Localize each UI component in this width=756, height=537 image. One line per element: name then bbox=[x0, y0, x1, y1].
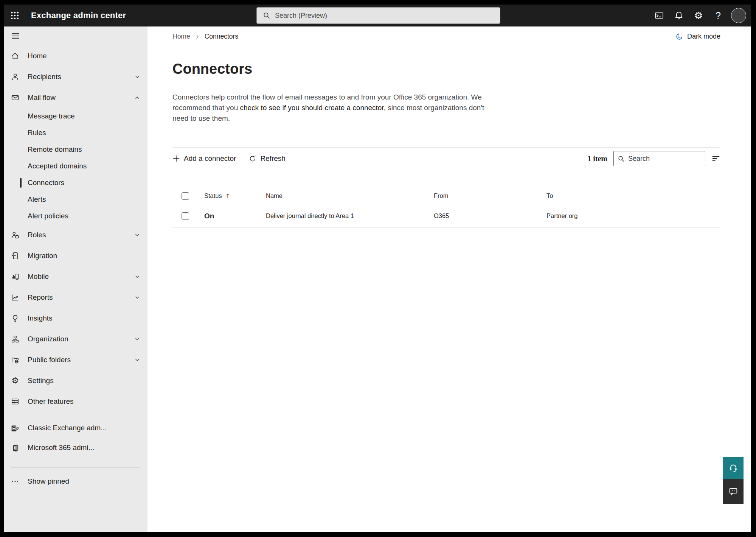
support-button[interactable] bbox=[723, 457, 744, 479]
sidebar-item-migration[interactable]: Migration bbox=[4, 245, 147, 266]
person-icon bbox=[10, 73, 20, 81]
sidebar-item-rules[interactable]: Rules bbox=[4, 125, 147, 141]
app-window: Exchange admin center bbox=[4, 5, 751, 532]
chevron-down-icon bbox=[134, 273, 141, 280]
refresh-button[interactable]: Refresh bbox=[249, 154, 286, 163]
sidebar-item-label: Roles bbox=[28, 231, 46, 239]
list-toolbar: Add a connector Refresh 1 item bbox=[172, 148, 720, 170]
column-header-from[interactable]: From bbox=[425, 192, 537, 199]
plus-icon bbox=[172, 155, 180, 162]
powershell-button[interactable] bbox=[649, 5, 669, 26]
sidebar-item-insights[interactable]: Insights bbox=[4, 308, 147, 328]
sort-ascending-icon: ↑ bbox=[225, 193, 230, 199]
description-emphasis: check to see if you should create a conn… bbox=[240, 104, 383, 112]
sidebar-item-alert-policies[interactable]: Alert policies bbox=[4, 208, 147, 224]
sort-filter-button[interactable] bbox=[711, 154, 720, 163]
app-launcher-button[interactable] bbox=[4, 5, 26, 26]
chevron-right-icon bbox=[195, 34, 200, 39]
sidebar-item-organization[interactable]: Organization bbox=[4, 328, 147, 349]
sidebar-item-label: Other features bbox=[28, 397, 73, 406]
dark-mode-toggle[interactable]: Dark mode bbox=[675, 33, 720, 40]
page-title: Connectors bbox=[172, 60, 720, 78]
sidebar-item-message-trace[interactable]: Message trace bbox=[4, 108, 147, 125]
chevron-down-icon bbox=[134, 356, 141, 363]
list-search-input[interactable] bbox=[628, 155, 701, 163]
sidebar-item-microsoft-365-admin[interactable]: Microsoft 365 admi... bbox=[4, 438, 147, 458]
sidebar-item-remote-domains[interactable]: Remote domains bbox=[4, 141, 147, 158]
row-checkbox[interactable] bbox=[182, 212, 189, 220]
sidebar-item-label: Home bbox=[28, 52, 47, 60]
settings-button[interactable]: ⚙ bbox=[689, 5, 708, 26]
sidebar-item-mail-flow[interactable]: Mail flow bbox=[4, 87, 147, 108]
m365-logo bbox=[10, 444, 20, 452]
chevron-down-icon bbox=[134, 73, 141, 80]
left-navigation: Home Recipients bbox=[4, 26, 147, 532]
account-avatar[interactable] bbox=[731, 8, 746, 23]
top-app-bar: Exchange admin center bbox=[4, 5, 751, 26]
sidebar-item-label: Mobile bbox=[28, 272, 49, 281]
dark-mode-label: Dark mode bbox=[687, 33, 720, 40]
list-search-box[interactable] bbox=[613, 151, 705, 166]
sidebar-item-label: Show pinned bbox=[28, 477, 69, 486]
sidebar-item-label: Organization bbox=[28, 335, 68, 343]
sidebar-item-label: Connectors bbox=[28, 179, 64, 187]
sidebar-item-public-folders[interactable]: Public folders bbox=[4, 349, 147, 370]
sidebar-item-label: Reports bbox=[28, 293, 53, 302]
roles-icon bbox=[10, 231, 20, 239]
column-header-to[interactable]: To bbox=[537, 192, 720, 199]
sidebar-item-home[interactable]: Home bbox=[4, 45, 147, 66]
connectors-table: Status ↑ Name From To On Deliver journal… bbox=[172, 188, 720, 228]
column-header-name[interactable]: Name bbox=[257, 192, 425, 199]
table-header-row: Status ↑ Name From To bbox=[172, 188, 720, 204]
main-content: Home Connectors Dark mode Connectors Con… bbox=[147, 26, 751, 532]
sidebar-item-recipients[interactable]: Recipients bbox=[4, 66, 147, 87]
sidebar-item-settings[interactable]: ⚙ Settings bbox=[4, 370, 147, 391]
sidebar-item-show-pinned[interactable]: Show pinned bbox=[4, 472, 147, 491]
table-row[interactable]: On Deliver journal directly to Area 1 O3… bbox=[172, 204, 720, 228]
collapse-nav-button[interactable] bbox=[4, 26, 147, 45]
sidebar-item-reports[interactable]: Reports bbox=[4, 287, 147, 308]
row-name[interactable]: Deliver journal directly to Area 1 bbox=[257, 212, 425, 219]
mail-icon bbox=[10, 93, 20, 102]
sidebar-item-classic-exchange-admin[interactable]: Classic Exchange adm... bbox=[4, 418, 147, 438]
sidebar-item-alerts[interactable]: Alerts bbox=[4, 191, 147, 208]
sidebar-item-label: Rules bbox=[28, 129, 46, 137]
row-to: Partner org bbox=[537, 212, 720, 219]
terminal-icon bbox=[655, 11, 664, 20]
sidebar-item-connectors[interactable]: Connectors bbox=[4, 174, 147, 191]
home-icon bbox=[10, 52, 20, 60]
notifications-button[interactable] bbox=[669, 5, 689, 26]
sidebar-item-label: Recipients bbox=[28, 73, 61, 81]
feedback-button[interactable] bbox=[723, 479, 744, 504]
breadcrumb-home-link[interactable]: Home bbox=[172, 33, 190, 40]
sidebar-item-label: Mail flow bbox=[28, 93, 56, 102]
sidebar-item-label: Insights bbox=[28, 314, 52, 322]
global-search-box[interactable] bbox=[256, 7, 500, 24]
waffle-icon bbox=[10, 11, 20, 20]
org-chart-icon bbox=[10, 335, 20, 343]
column-header-status[interactable]: Status ↑ bbox=[195, 192, 257, 199]
sidebar-item-other-features[interactable]: Other features bbox=[4, 391, 147, 412]
sidebar-item-label: Accepted domains bbox=[28, 162, 87, 170]
row-status: On bbox=[195, 212, 257, 220]
sidebar-item-label: Migration bbox=[28, 252, 57, 260]
sidebar-item-label: Microsoft 365 admi... bbox=[28, 444, 94, 452]
exchange-admin-center-app: Exchange admin center bbox=[0, 0, 756, 537]
sidebar-item-roles[interactable]: Roles bbox=[4, 224, 147, 245]
help-button[interactable]: ? bbox=[708, 5, 728, 26]
bell-icon bbox=[674, 11, 683, 20]
chevron-down-icon bbox=[134, 294, 141, 301]
sidebar-item-label: Message trace bbox=[28, 112, 75, 120]
sidebar-item-accepted-domains[interactable]: Accepted domains bbox=[4, 158, 147, 174]
add-connector-label: Add a connector bbox=[184, 154, 236, 163]
refresh-label: Refresh bbox=[260, 154, 286, 163]
sidebar-item-mobile[interactable]: Mobile bbox=[4, 266, 147, 287]
hamburger-icon bbox=[11, 31, 20, 41]
global-search-input[interactable] bbox=[275, 12, 494, 20]
table-icon bbox=[10, 397, 20, 406]
row-from: O365 bbox=[425, 212, 537, 219]
add-connector-button[interactable]: Add a connector bbox=[172, 154, 236, 163]
exchange-logo bbox=[10, 424, 20, 432]
search-icon bbox=[618, 155, 625, 162]
select-all-checkbox[interactable] bbox=[182, 192, 189, 200]
